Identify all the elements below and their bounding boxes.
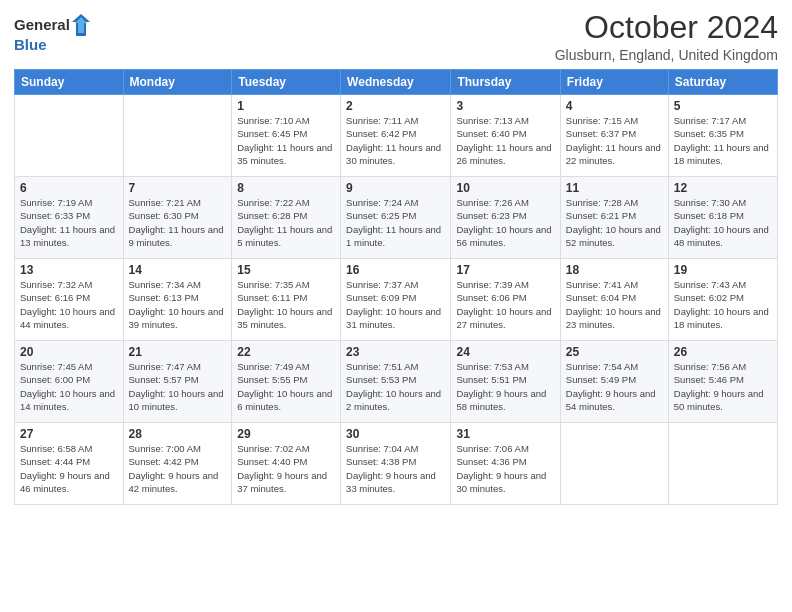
calendar-cell: 20Sunrise: 7:45 AMSunset: 6:00 PMDayligh… — [15, 341, 124, 423]
sunset-text: Sunset: 6:04 PM — [566, 291, 663, 304]
logo-general: General — [14, 17, 70, 34]
day-number: 27 — [20, 427, 118, 441]
day-info: Sunrise: 7:00 AMSunset: 4:42 PMDaylight:… — [129, 442, 227, 495]
day-number: 24 — [456, 345, 554, 359]
day-number: 23 — [346, 345, 445, 359]
calendar-cell: 11Sunrise: 7:28 AMSunset: 6:21 PMDayligh… — [560, 177, 668, 259]
day-number: 22 — [237, 345, 335, 359]
calendar-cell: 1Sunrise: 7:10 AMSunset: 6:45 PMDaylight… — [232, 95, 341, 177]
daylight-text: Daylight: 10 hours and 10 minutes. — [129, 387, 227, 414]
sunset-text: Sunset: 5:53 PM — [346, 373, 445, 386]
day-number: 29 — [237, 427, 335, 441]
sunset-text: Sunset: 6:30 PM — [129, 209, 227, 222]
daylight-text: Daylight: 11 hours and 5 minutes. — [237, 223, 335, 250]
calendar-cell — [123, 95, 232, 177]
daylight-text: Daylight: 9 hours and 42 minutes. — [129, 469, 227, 496]
calendar-cell: 7Sunrise: 7:21 AMSunset: 6:30 PMDaylight… — [123, 177, 232, 259]
day-number: 16 — [346, 263, 445, 277]
sunset-text: Sunset: 6:06 PM — [456, 291, 554, 304]
sunrise-text: Sunrise: 7:30 AM — [674, 196, 772, 209]
sunrise-text: Sunrise: 7:43 AM — [674, 278, 772, 291]
sunrise-text: Sunrise: 7:21 AM — [129, 196, 227, 209]
daylight-text: Daylight: 9 hours and 58 minutes. — [456, 387, 554, 414]
day-number: 20 — [20, 345, 118, 359]
daylight-text: Daylight: 9 hours and 37 minutes. — [237, 469, 335, 496]
daylight-text: Daylight: 10 hours and 35 minutes. — [237, 305, 335, 332]
daylight-text: Daylight: 10 hours and 27 minutes. — [456, 305, 554, 332]
sunrise-text: Sunrise: 7:00 AM — [129, 442, 227, 455]
day-info: Sunrise: 7:53 AMSunset: 5:51 PMDaylight:… — [456, 360, 554, 413]
day-info: Sunrise: 7:10 AMSunset: 6:45 PMDaylight:… — [237, 114, 335, 167]
day-number: 21 — [129, 345, 227, 359]
daylight-text: Daylight: 11 hours and 22 minutes. — [566, 141, 663, 168]
daylight-text: Daylight: 11 hours and 26 minutes. — [456, 141, 554, 168]
calendar-cell: 6Sunrise: 7:19 AMSunset: 6:33 PMDaylight… — [15, 177, 124, 259]
sunrise-text: Sunrise: 7:11 AM — [346, 114, 445, 127]
weekday-thursday: Thursday — [451, 70, 560, 95]
calendar-cell: 21Sunrise: 7:47 AMSunset: 5:57 PMDayligh… — [123, 341, 232, 423]
day-number: 4 — [566, 99, 663, 113]
week-row-4: 27Sunrise: 6:58 AMSunset: 4:44 PMDayligh… — [15, 423, 778, 505]
calendar-cell: 24Sunrise: 7:53 AMSunset: 5:51 PMDayligh… — [451, 341, 560, 423]
daylight-text: Daylight: 10 hours and 39 minutes. — [129, 305, 227, 332]
weekday-saturday: Saturday — [668, 70, 777, 95]
day-number: 26 — [674, 345, 772, 359]
sunrise-text: Sunrise: 7:35 AM — [237, 278, 335, 291]
calendar-cell — [668, 423, 777, 505]
daylight-text: Daylight: 10 hours and 56 minutes. — [456, 223, 554, 250]
daylight-text: Daylight: 9 hours and 46 minutes. — [20, 469, 118, 496]
day-info: Sunrise: 7:49 AMSunset: 5:55 PMDaylight:… — [237, 360, 335, 413]
day-info: Sunrise: 7:35 AMSunset: 6:11 PMDaylight:… — [237, 278, 335, 331]
day-number: 2 — [346, 99, 445, 113]
daylight-text: Daylight: 10 hours and 2 minutes. — [346, 387, 445, 414]
day-number: 15 — [237, 263, 335, 277]
calendar-cell: 14Sunrise: 7:34 AMSunset: 6:13 PMDayligh… — [123, 259, 232, 341]
sunrise-text: Sunrise: 6:58 AM — [20, 442, 118, 455]
calendar-cell: 8Sunrise: 7:22 AMSunset: 6:28 PMDaylight… — [232, 177, 341, 259]
daylight-text: Daylight: 9 hours and 33 minutes. — [346, 469, 445, 496]
daylight-text: Daylight: 11 hours and 1 minute. — [346, 223, 445, 250]
day-info: Sunrise: 7:15 AMSunset: 6:37 PMDaylight:… — [566, 114, 663, 167]
daylight-text: Daylight: 10 hours and 18 minutes. — [674, 305, 772, 332]
sunset-text: Sunset: 5:46 PM — [674, 373, 772, 386]
day-info: Sunrise: 7:43 AMSunset: 6:02 PMDaylight:… — [674, 278, 772, 331]
daylight-text: Daylight: 9 hours and 54 minutes. — [566, 387, 663, 414]
sunset-text: Sunset: 6:02 PM — [674, 291, 772, 304]
day-number: 9 — [346, 181, 445, 195]
calendar-cell: 29Sunrise: 7:02 AMSunset: 4:40 PMDayligh… — [232, 423, 341, 505]
day-info: Sunrise: 7:06 AMSunset: 4:36 PMDaylight:… — [456, 442, 554, 495]
calendar-table: SundayMondayTuesdayWednesdayThursdayFrid… — [14, 69, 778, 505]
calendar-cell: 4Sunrise: 7:15 AMSunset: 6:37 PMDaylight… — [560, 95, 668, 177]
weekday-tuesday: Tuesday — [232, 70, 341, 95]
sunset-text: Sunset: 6:25 PM — [346, 209, 445, 222]
sunset-text: Sunset: 4:38 PM — [346, 455, 445, 468]
calendar-cell — [560, 423, 668, 505]
sunrise-text: Sunrise: 7:13 AM — [456, 114, 554, 127]
day-info: Sunrise: 7:22 AMSunset: 6:28 PMDaylight:… — [237, 196, 335, 249]
day-info: Sunrise: 7:51 AMSunset: 5:53 PMDaylight:… — [346, 360, 445, 413]
daylight-text: Daylight: 10 hours and 31 minutes. — [346, 305, 445, 332]
day-info: Sunrise: 7:34 AMSunset: 6:13 PMDaylight:… — [129, 278, 227, 331]
sunset-text: Sunset: 6:21 PM — [566, 209, 663, 222]
day-info: Sunrise: 7:04 AMSunset: 4:38 PMDaylight:… — [346, 442, 445, 495]
sunrise-text: Sunrise: 7:06 AM — [456, 442, 554, 455]
day-info: Sunrise: 7:30 AMSunset: 6:18 PMDaylight:… — [674, 196, 772, 249]
day-number: 10 — [456, 181, 554, 195]
daylight-text: Daylight: 11 hours and 18 minutes. — [674, 141, 772, 168]
sunrise-text: Sunrise: 7:54 AM — [566, 360, 663, 373]
day-number: 19 — [674, 263, 772, 277]
calendar-cell: 16Sunrise: 7:37 AMSunset: 6:09 PMDayligh… — [341, 259, 451, 341]
calendar-cell: 5Sunrise: 7:17 AMSunset: 6:35 PMDaylight… — [668, 95, 777, 177]
sunrise-text: Sunrise: 7:10 AM — [237, 114, 335, 127]
day-info: Sunrise: 7:37 AMSunset: 6:09 PMDaylight:… — [346, 278, 445, 331]
sunrise-text: Sunrise: 7:28 AM — [566, 196, 663, 209]
day-info: Sunrise: 7:17 AMSunset: 6:35 PMDaylight:… — [674, 114, 772, 167]
day-number: 6 — [20, 181, 118, 195]
daylight-text: Daylight: 10 hours and 23 minutes. — [566, 305, 663, 332]
sunrise-text: Sunrise: 7:37 AM — [346, 278, 445, 291]
day-info: Sunrise: 7:26 AMSunset: 6:23 PMDaylight:… — [456, 196, 554, 249]
sunset-text: Sunset: 6:09 PM — [346, 291, 445, 304]
day-info: Sunrise: 7:39 AMSunset: 6:06 PMDaylight:… — [456, 278, 554, 331]
daylight-text: Daylight: 10 hours and 48 minutes. — [674, 223, 772, 250]
sunset-text: Sunset: 4:40 PM — [237, 455, 335, 468]
